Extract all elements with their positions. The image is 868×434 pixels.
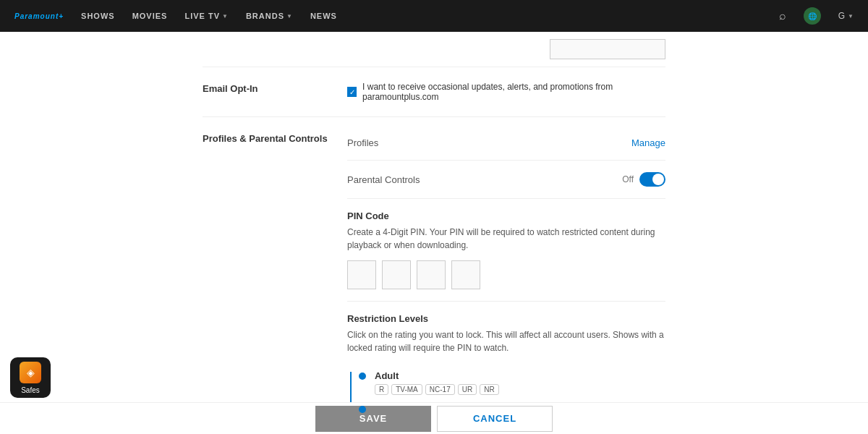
- profiles-row: Profiles Manage: [347, 132, 665, 161]
- pin-digit-3[interactable]: [417, 260, 446, 289]
- tag-nc17: NC-17: [425, 384, 455, 395]
- email-optin-text: I want to receive occasional updates, al…: [362, 82, 665, 102]
- parental-controls-row: Parental Controls Off: [347, 161, 665, 199]
- parental-off-label: Off: [622, 174, 634, 184]
- pin-inputs: [347, 260, 665, 289]
- parental-controls-label: Parental Controls: [347, 174, 420, 185]
- nav-movies[interactable]: MOVIES: [132, 12, 168, 20]
- top-input[interactable]: [550, 39, 665, 59]
- pin-title: PIN Code: [347, 210, 665, 221]
- pin-digit-4[interactable]: [451, 260, 480, 289]
- main-content: Email Opt-In I want to receive occasiona…: [0, 32, 868, 434]
- tag-r: R: [375, 384, 388, 395]
- email-optin-label: Email Opt-In: [203, 82, 347, 102]
- live-tv-chevron: ▼: [222, 13, 229, 20]
- profiles-parental-label: Profiles & Parental Controls: [203, 132, 347, 434]
- nav-bar: Paramount+ SHOWS MOVIES LIVE TV ▼ BRANDS…: [0, 0, 868, 32]
- bottom-bar: SAVE CANCEL: [0, 402, 868, 434]
- level-tags-adult: R TV-MA NC-17 UR NR: [375, 384, 499, 395]
- tag-ur: UR: [458, 384, 477, 395]
- logo-text: Paramount: [14, 12, 59, 20]
- nav-brands[interactable]: BRANDS ▼: [246, 12, 293, 20]
- nav-shows[interactable]: SHOWS: [81, 12, 115, 20]
- search-icon[interactable]: ⌕: [779, 9, 786, 22]
- manage-link[interactable]: Manage: [631, 137, 665, 148]
- email-optin-content: I want to receive occasional updates, al…: [347, 82, 665, 102]
- tag-tvma: TV-MA: [391, 384, 422, 395]
- level-dot-teens: [359, 406, 366, 413]
- level-adult[interactable]: Adult R TV-MA NC-17 UR NR: [359, 366, 665, 399]
- pin-code-section: PIN Code Create a 4-Digit PIN. Your PIN …: [347, 199, 665, 302]
- safes-icon: ◈: [20, 362, 41, 383]
- user-chevron: ▼: [848, 13, 854, 20]
- profiles-parental-content: Profiles Manage Parental Controls Off PI…: [347, 132, 665, 434]
- save-button[interactable]: SAVE: [315, 406, 431, 432]
- cancel-button[interactable]: CANCEL: [437, 406, 553, 432]
- email-optin-section: Email Opt-In I want to receive occasiona…: [203, 67, 665, 117]
- level-info-adult: Adult R TV-MA NC-17 UR NR: [375, 370, 499, 395]
- logo-plus: +: [59, 12, 64, 20]
- tag-nr: NR: [480, 384, 498, 395]
- email-optin-row: I want to receive occasional updates, al…: [347, 82, 665, 102]
- nav-live-tv[interactable]: LIVE TV ▼: [184, 12, 228, 20]
- safes-widget[interactable]: ◈ Safes: [10, 357, 51, 398]
- profiles-parental-section: Profiles & Parental Controls Profiles Ma…: [203, 117, 665, 434]
- top-partial-row: [203, 32, 665, 67]
- user-menu[interactable]: G ▼: [838, 11, 854, 21]
- parental-controls-toggle[interactable]: [639, 172, 665, 187]
- globe-icon[interactable]: 🌐: [804, 7, 821, 25]
- email-optin-checkbox[interactable]: [347, 87, 357, 97]
- nav-logo[interactable]: Paramount+: [14, 12, 64, 20]
- pin-digit-2[interactable]: [382, 260, 411, 289]
- level-name-adult: Adult: [375, 370, 499, 381]
- profiles-text: Profiles: [347, 137, 378, 148]
- level-dot-adult: [359, 373, 366, 380]
- restriction-title: Restriction Levels: [347, 313, 665, 324]
- pin-description: Create a 4-Digit PIN. Your PIN will be r…: [347, 226, 665, 252]
- safes-label: Safes: [21, 386, 40, 394]
- pin-digit-1[interactable]: [347, 260, 376, 289]
- nav-news[interactable]: NEWS: [310, 12, 337, 20]
- restriction-description: Click on the rating you want to lock. Th…: [347, 328, 665, 354]
- brands-chevron: ▼: [286, 13, 293, 20]
- parental-controls-toggle-row: Off: [622, 172, 665, 187]
